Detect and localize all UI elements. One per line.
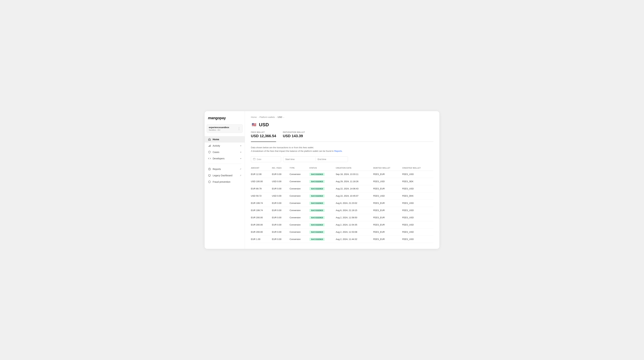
col-creation-date: CREATION DATE xyxy=(336,165,373,171)
date-filter[interactable]: Date xyxy=(251,156,281,162)
status-badge: SUCCEEDED xyxy=(310,209,325,212)
sidebar-item-cases[interactable]: Cases ▾ xyxy=(204,149,245,155)
repudiation-wallet-label: REPUDIATION WALLET xyxy=(283,131,305,133)
cell-status: SUCCEEDED xyxy=(310,207,336,214)
currency-flag: 🇺🇸 xyxy=(251,122,257,128)
main-content: Home › Platform wallets › USD ⌄ 🇺🇸 USD F… xyxy=(245,111,440,249)
cell-status: SUCCEEDED xyxy=(310,236,336,243)
reports-link[interactable]: Reports xyxy=(334,150,342,152)
cell-creation-date: Aug 8, 2024, 21:19:15 xyxy=(336,207,373,214)
activity-icon xyxy=(208,144,211,147)
info-text: Data shown below are the transactions to… xyxy=(251,146,433,153)
cell-debited-wallet: FEES_EUR xyxy=(373,185,402,192)
cell-creation-date: Aug 29, 2024, 11:18:26 xyxy=(336,178,373,185)
main-nav: Home Activity ▾ xyxy=(204,136,245,245)
fees-wallet-label: FEES WALLET xyxy=(251,131,276,133)
table-row[interactable]: EUR 1.00 EUR 0.00 Conversion SUCCEEDED A… xyxy=(251,236,433,243)
sidebar-item-activity[interactable]: Activity ▾ xyxy=(204,142,245,149)
breadcrumb: Home › Platform wallets › USD ⌄ xyxy=(251,116,433,118)
sidebar-item-label-developers: Developers xyxy=(213,157,239,160)
start-time-input[interactable] xyxy=(283,157,316,162)
cell-status: SUCCEEDED xyxy=(310,200,336,207)
cell-status: SUCCEEDED xyxy=(310,221,336,228)
cell-credited-wallet: FEES_USD xyxy=(402,221,433,228)
wallet-cards: FEES WALLET USD 12,366.54 REPUDIATION WA… xyxy=(251,131,433,142)
account-menu-icon: ⋮ xyxy=(238,127,240,130)
chevron-down-icon-cases: ▾ xyxy=(240,151,241,153)
account-sub: Sandbox - EU xyxy=(209,129,229,131)
cell-status: SUCCEEDED xyxy=(310,214,336,221)
cell-creation-date: Aug 2, 2024, 11:44:32 xyxy=(336,236,373,243)
table-row[interactable]: EUR 200.00 EUR 0.00 Conversion SUCCEEDED… xyxy=(251,228,433,236)
cell-credited-wallet: FEES_USD xyxy=(402,236,433,243)
sidebar: mangopay experiencesandbox Sandbox - EU … xyxy=(204,111,245,249)
table-row[interactable]: USD 100.00 USD 0.00 Conversion SUCCEEDED… xyxy=(251,178,433,185)
transactions-table: AMOUNT INC. FEES TYPE STATUS CREATION DA… xyxy=(251,165,433,243)
cell-debited-wallet: FEES_EUR xyxy=(373,221,402,228)
table-row[interactable]: USD 59.72 USD 0.00 Conversion SUCCEEDED … xyxy=(251,192,433,200)
col-status: STATUS xyxy=(310,165,336,171)
sidebar-item-label-home: Home xyxy=(213,138,241,141)
account-info: experiencesandbox Sandbox - EU xyxy=(209,126,229,131)
col-debited-wallet: DEBITED WALLET xyxy=(373,165,402,171)
cell-creation-date: Sep 18, 2024, 13:33:11 xyxy=(336,170,373,178)
cell-status: SUCCEEDED xyxy=(310,228,336,236)
breadcrumb-platform-wallets[interactable]: Platform wallets xyxy=(260,116,275,118)
cell-type: Conversion xyxy=(290,214,310,221)
sidebar-item-fraud-prevention[interactable]: Fraud prevention xyxy=(204,179,245,185)
cell-status: SUCCEEDED xyxy=(310,185,336,192)
svg-rect-3 xyxy=(210,145,211,147)
fees-wallet-card[interactable]: FEES WALLET USD 12,366.54 xyxy=(251,131,276,138)
date-filter-label: Date xyxy=(257,158,261,160)
account-selector[interactable]: experiencesandbox Sandbox - EU ⋮ xyxy=(206,124,243,133)
cell-amount: EUR 1.00 xyxy=(251,236,272,243)
breadcrumb-current-label: USD xyxy=(278,116,282,118)
cell-amount: EUR 200.00 xyxy=(251,221,272,228)
time-range-filter xyxy=(283,156,348,162)
sidebar-item-label-fraud: Fraud prevention xyxy=(213,181,241,183)
sidebar-item-home[interactable]: Home xyxy=(204,136,245,142)
table-row[interactable]: EUR 199.74 EUR 0.00 Conversion SUCCEEDED… xyxy=(251,207,433,214)
table-row[interactable]: EUR 200.00 EUR 0.00 Conversion SUCCEEDED… xyxy=(251,221,433,228)
table-row[interactable]: EUR 89.79 EUR 0.00 Conversion SUCCEEDED … xyxy=(251,185,433,192)
sidebar-item-label-legacy: Legacy Dashboard xyxy=(213,174,238,177)
sidebar-item-developers[interactable]: Developers ▾ xyxy=(204,155,245,162)
cell-inc-fees: EUR 0.00 xyxy=(272,185,290,192)
sidebar-item-reports[interactable]: Reports ↗ xyxy=(204,166,245,172)
breadcrumb-sep-2: › xyxy=(276,116,276,118)
cell-type: Conversion xyxy=(290,178,310,185)
shield-icon xyxy=(208,180,211,183)
table-row[interactable]: EUR 199.74 EUR 0.00 Conversion SUCCEEDED… xyxy=(251,200,433,207)
breadcrumb-home[interactable]: Home xyxy=(251,116,257,118)
chevron-down-icon-developers: ▾ xyxy=(240,157,241,160)
calendar-icon xyxy=(253,158,256,161)
cell-inc-fees: EUR 0.00 xyxy=(272,236,290,243)
table-row[interactable]: EUR 200.00 EUR 0.00 Conversion SUCCEEDED… xyxy=(251,214,433,221)
end-time-input[interactable] xyxy=(316,157,348,162)
cell-creation-date: Aug 22, 2024, 14:06:43 xyxy=(336,185,373,192)
cell-credited-wallet: FEES_USD xyxy=(402,200,433,207)
cell-amount: EUR 89.79 xyxy=(251,185,272,192)
cell-credited-wallet: FEES_USD xyxy=(402,170,433,178)
cell-type: Conversion xyxy=(290,170,310,178)
col-type: TYPE xyxy=(290,165,310,171)
status-badge: SUCCEEDED xyxy=(310,231,325,234)
sidebar-item-legacy-dashboard[interactable]: Legacy Dashboard ↗ xyxy=(204,172,245,179)
table-container: AMOUNT INC. FEES TYPE STATUS CREATION DA… xyxy=(251,165,433,243)
filters-row: Date xyxy=(251,156,433,162)
table-row[interactable]: EUR 12.00 EUR 0.00 Conversion SUCCEEDED … xyxy=(251,170,433,178)
breadcrumb-current: USD ⌄ xyxy=(278,116,284,118)
repudiation-wallet-amount: USD 143.39 xyxy=(283,134,305,138)
cell-credited-wallet: FEES_USD xyxy=(402,228,433,236)
breadcrumb-dropdown-icon[interactable]: ⌄ xyxy=(283,116,284,118)
cell-inc-fees: EUR 0.00 xyxy=(272,207,290,214)
cell-credited-wallet: FEES_USD xyxy=(402,207,433,214)
reports-icon xyxy=(208,167,211,170)
svg-rect-2 xyxy=(210,145,210,147)
sidebar-item-label-activity: Activity xyxy=(213,144,239,147)
cell-credited-wallet: FEES_USD xyxy=(402,185,433,192)
repudiation-wallet-card[interactable]: REPUDIATION WALLET USD 143.39 xyxy=(283,131,305,138)
cell-amount: USD 100.00 xyxy=(251,178,272,185)
cell-debited-wallet: FEES_EUR xyxy=(373,228,402,236)
cell-type: Conversion xyxy=(290,192,310,200)
